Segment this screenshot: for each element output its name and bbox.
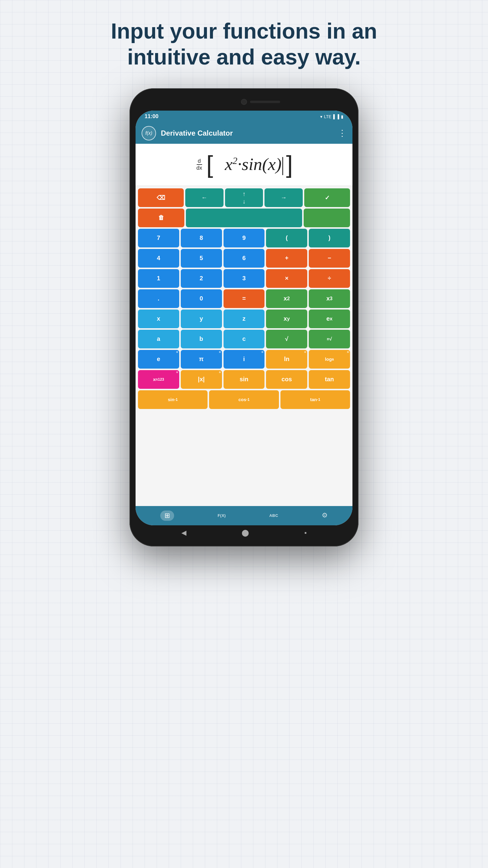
headline-line2: intuitive and easy way. — [127, 45, 361, 69]
keyboard-row-7: x y z xy ex — [138, 310, 350, 328]
derivative-notation: d dx — [195, 158, 203, 171]
clear-button[interactable]: 🗑 — [138, 209, 184, 227]
key-a[interactable]: a — [138, 330, 179, 348]
key-minus[interactable]: − — [309, 249, 350, 268]
keyboard-row-10: xn123 |x| sin cos tan — [138, 370, 350, 389]
key-sin[interactable]: sin — [224, 370, 265, 389]
nav-abc-label: ABC — [269, 513, 278, 518]
status-icons: ▾ LTE ▌▐ ▮ — [320, 114, 344, 119]
keyboard-row-2: 🗑 — [138, 209, 350, 227]
key-nroot[interactable]: n√ — [309, 330, 350, 348]
key-arcsin[interactable]: sin-1 — [138, 390, 207, 409]
key-loga[interactable]: loga — [309, 350, 350, 369]
keyboard-row-3: 7 8 9 ( ) — [138, 229, 350, 247]
key-1[interactable]: 1 — [138, 269, 179, 288]
headline: Input your functions in an intuitive and… — [111, 18, 377, 70]
derivative-bottom: dx — [195, 165, 203, 171]
backspace-button[interactable]: ⌫ — [138, 188, 184, 207]
keyboard-row-8: a b c √ n√ — [138, 330, 350, 348]
right-button[interactable]: → — [264, 188, 303, 207]
key-c[interactable]: c — [224, 330, 265, 348]
key-b[interactable]: b — [181, 330, 222, 348]
formula-display: d dx [ x2·sin(x) ] — [135, 144, 352, 186]
bracket-left: [ — [206, 153, 213, 177]
key-sqrt[interactable]: √ — [266, 330, 307, 348]
phone-device: 11:00 ▾ LTE ▌▐ ▮ f(x) Derivative Calcula… — [130, 88, 358, 547]
key-dot[interactable]: . — [138, 289, 179, 308]
bottom-nav: ⊞ F(X) ABC ⚙ — [135, 506, 352, 525]
phone-screen: 11:00 ▾ LTE ▌▐ ▮ f(x) Derivative Calcula… — [135, 111, 352, 525]
key-arctan[interactable]: tan-1 — [281, 390, 350, 409]
keyboard-row-9: e π i ln loga — [138, 350, 350, 369]
nav-fx-label: F(X) — [218, 513, 226, 518]
key-equals[interactable]: = — [224, 289, 265, 308]
nav-calculator[interactable]: ⊞ — [154, 509, 180, 522]
empty-teal-1 — [186, 209, 302, 227]
bracket-right: ] — [286, 153, 293, 177]
key-arccos[interactable]: cos-1 — [209, 390, 279, 409]
wifi-icon: ▾ — [320, 114, 322, 119]
phone-top-bar — [135, 94, 352, 110]
key-8[interactable]: 8 — [181, 229, 222, 247]
key-x[interactable]: x — [138, 310, 179, 328]
key-7[interactable]: 7 — [138, 229, 179, 247]
app-title: Derivative Calculator — [161, 129, 338, 137]
settings-icon: ⚙ — [322, 512, 328, 519]
app-logo: f(x) — [141, 126, 156, 141]
battery-icon: ▮ — [341, 114, 344, 119]
key-ex[interactable]: ex — [309, 310, 350, 328]
status-time: 11:00 — [144, 113, 158, 120]
key-i[interactable]: i — [224, 350, 265, 369]
signal-icon: ▌▐ — [333, 114, 339, 119]
keyboard-area: ⌫ ← ↑ ↓ → ✓ 🗑 7 8 9 ( ) — [135, 186, 352, 506]
key-0[interactable]: 0 — [181, 289, 222, 308]
key-9[interactable]: 9 — [224, 229, 265, 247]
key-lparen[interactable]: ( — [266, 229, 307, 247]
menu-button[interactable]: ⋮ — [338, 128, 347, 138]
key-z[interactable]: z — [224, 310, 265, 328]
key-abs[interactable]: |x| — [181, 370, 222, 389]
back-button[interactable]: ◀ — [181, 529, 187, 537]
empty-green-1 — [304, 209, 350, 227]
key-xpow[interactable]: xy — [266, 310, 307, 328]
key-xsq[interactable]: x2 — [266, 289, 307, 308]
keyboard-row-5: 1 2 3 × ÷ — [138, 269, 350, 288]
app-bar: f(x) Derivative Calculator ⋮ — [135, 123, 352, 144]
phone-hardware-nav: ◀ ⬤ ▪ — [135, 525, 352, 540]
home-button[interactable]: ⬤ — [241, 529, 249, 537]
derivative-top: d — [197, 158, 202, 165]
key-y[interactable]: y — [181, 310, 222, 328]
key-plus[interactable]: + — [266, 249, 307, 268]
keyboard-row-4: 4 5 6 + − — [138, 249, 350, 268]
keyboard-row-1: ⌫ ← ↑ ↓ → ✓ — [138, 188, 350, 207]
key-2[interactable]: 2 — [181, 269, 222, 288]
camera — [241, 99, 247, 105]
key-5[interactable]: 5 — [181, 249, 222, 268]
key-tan[interactable]: tan — [309, 370, 350, 389]
key-xcube[interactable]: x3 — [309, 289, 350, 308]
nav-fx[interactable]: F(X) — [212, 512, 232, 519]
confirm-button[interactable]: ✓ — [304, 188, 350, 207]
key-ln[interactable]: ln — [266, 350, 307, 369]
status-bar: 11:00 ▾ LTE ▌▐ ▮ — [135, 111, 352, 123]
keyboard-row-6: . 0 = x2 x3 — [138, 289, 350, 308]
key-e[interactable]: e — [138, 350, 179, 369]
left-button[interactable]: ← — [185, 188, 224, 207]
key-multiply[interactable]: × — [266, 269, 307, 288]
keyboard-row-11: sin-1 cos-1 tan-1 — [138, 390, 350, 409]
nav-settings[interactable]: ⚙ — [316, 510, 334, 521]
key-pi[interactable]: π — [181, 350, 222, 369]
key-4[interactable]: 4 — [138, 249, 179, 268]
nav-abc[interactable]: ABC — [263, 512, 284, 519]
recents-button[interactable]: ▪ — [304, 529, 307, 537]
key-3[interactable]: 3 — [224, 269, 265, 288]
key-xn123[interactable]: xn123 — [138, 370, 179, 389]
headline-line1: Input your functions in an — [111, 19, 377, 43]
updown-button[interactable]: ↑ ↓ — [225, 188, 263, 207]
lte-icon: LTE — [324, 114, 332, 119]
key-cos[interactable]: cos — [266, 370, 307, 389]
app-logo-text: f(x) — [145, 130, 152, 136]
key-divide[interactable]: ÷ — [309, 269, 350, 288]
key-rparen[interactable]: ) — [309, 229, 350, 247]
key-6[interactable]: 6 — [224, 249, 265, 268]
